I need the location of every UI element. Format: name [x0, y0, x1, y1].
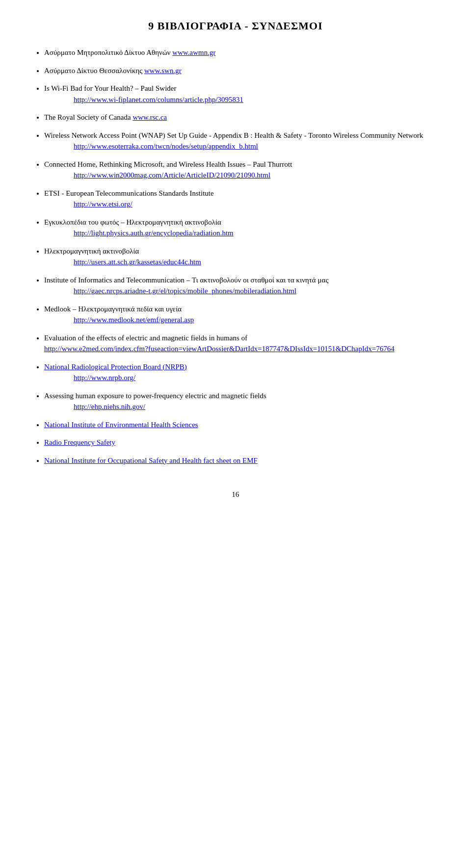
list-item: Institute of Informatics and Telecommuni…: [44, 275, 442, 297]
item-link[interactable]: www.rsc.ca: [132, 113, 167, 121]
list-item: Is Wi-Fi Bad for Your Health? – Paul Swi…: [44, 83, 442, 105]
item-indent-link[interactable]: http://ehp.niehs.nih.gov/: [74, 403, 145, 410]
item-text: Εγκυκλοπέδια του φωτός – Ηλεκτρομαγνητικ…: [44, 218, 221, 226]
item-indent-link[interactable]: http://gaec.nrcps.ariadne-t.gr/el/topics…: [74, 287, 296, 295]
item-indent-link[interactable]: http://www.medlook.net/emf/general.asp: [74, 316, 194, 324]
list-item: Medlook – Ηλεκτρομαγνητικά πεδία και υγε…: [44, 304, 442, 326]
item-text: Ηλεκτρομαγνητική ακτινοβολία: [44, 247, 139, 255]
item-text: Institute of Informatics and Telecommuni…: [44, 276, 328, 284]
item-text: Connected Home, Rethinking Microsoft, an…: [44, 160, 292, 168]
item-text-link[interactable]: Radio Frequency Safety: [44, 438, 115, 446]
item-link[interactable]: www.awmn.gr: [172, 49, 215, 56]
item-indent-link[interactable]: http://www.e2med.com/index.cfm?fuseactio…: [44, 345, 394, 353]
item-indent-link[interactable]: http://users.att.sch.gr/kassetas/educ44c…: [74, 258, 201, 266]
item-indent-link[interactable]: http://www.wi-fiplanet.com/columns/artic…: [74, 96, 243, 103]
item-text: Is Wi-Fi Bad for Your Health? – Paul Swi…: [44, 84, 177, 92]
list-item: National Institute for Occupational Safe…: [44, 455, 442, 466]
item-text-link[interactable]: National Institute for Occupational Safe…: [44, 457, 258, 464]
item-text: Medlook – Ηλεκτρομαγνητικά πεδία και υγε…: [44, 305, 182, 313]
item-indent-link[interactable]: http://www.win2000mag.com/Article/Articl…: [74, 171, 270, 179]
bibliography-list: Ασύρματο Μητροπολιτικό Δίκτυο Αθηνών www…: [29, 47, 442, 466]
item-indent-link[interactable]: http://www.nrpb.org/: [74, 374, 135, 382]
item-text: Ασύρματο Δίκτυο Θεσσαλονίκης: [44, 67, 144, 75]
item-text-link[interactable]: National Radiological Protection Board (…: [44, 363, 187, 371]
item-text-link[interactable]: National Institute of Environmental Heal…: [44, 421, 198, 429]
item-text: Evaluation of the effects of electric an…: [44, 334, 247, 342]
list-item: National Radiological Protection Board (…: [44, 361, 442, 383]
item-text: ETSI - European Telecommunications Stand…: [44, 189, 214, 197]
page-number: 16: [29, 490, 442, 499]
item-text: Wireless Network Access Point (WNAP) Set…: [44, 131, 423, 139]
item-text: Ασύρματο Μητροπολιτικό Δίκτυο Αθηνών: [44, 49, 172, 56]
list-item: Radio Frequency Safety: [44, 437, 442, 448]
list-item: Ασύρματο Δίκτυο Θεσσαλονίκης www.swn.gr: [44, 65, 442, 77]
item-link[interactable]: www.swn.gr: [144, 67, 182, 75]
list-item: The Royal Society of Canada www.rsc.ca: [44, 112, 442, 123]
item-indent-link[interactable]: http://light.physics.auth.gr/encyclopedi…: [74, 229, 234, 237]
item-text: The Royal Society of Canada: [44, 113, 132, 121]
list-item: Εγκυκλοπέδια του φωτός – Ηλεκτρομαγνητικ…: [44, 217, 442, 239]
list-item: Evaluation of the effects of electric an…: [44, 332, 442, 355]
item-indent-link[interactable]: http://www.etsi.org/: [74, 200, 132, 208]
list-item: Ηλεκτρομαγνητική ακτινοβολία http://user…: [44, 246, 442, 268]
list-item: Ασύρματο Μητροπολιτικό Δίκτυο Αθηνών www…: [44, 47, 442, 58]
item-text: Assessing human exposure to power-freque…: [44, 392, 266, 400]
item-indent-link[interactable]: http://www.esoterraka.com/twcn/nodes/set…: [74, 142, 258, 150]
list-item: National Institute of Environmental Heal…: [44, 419, 442, 431]
list-item: Assessing human exposure to power-freque…: [44, 390, 442, 412]
list-item: ETSI - European Telecommunications Stand…: [44, 188, 442, 210]
list-item: Connected Home, Rethinking Microsoft, an…: [44, 159, 442, 181]
list-item: Wireless Network Access Point (WNAP) Set…: [44, 130, 442, 152]
page-title: 9 ΒΙΒΛΙΟΓΡΑΦΙΑ - ΣΥΝΔΕΣΜΟΙ: [29, 20, 442, 32]
